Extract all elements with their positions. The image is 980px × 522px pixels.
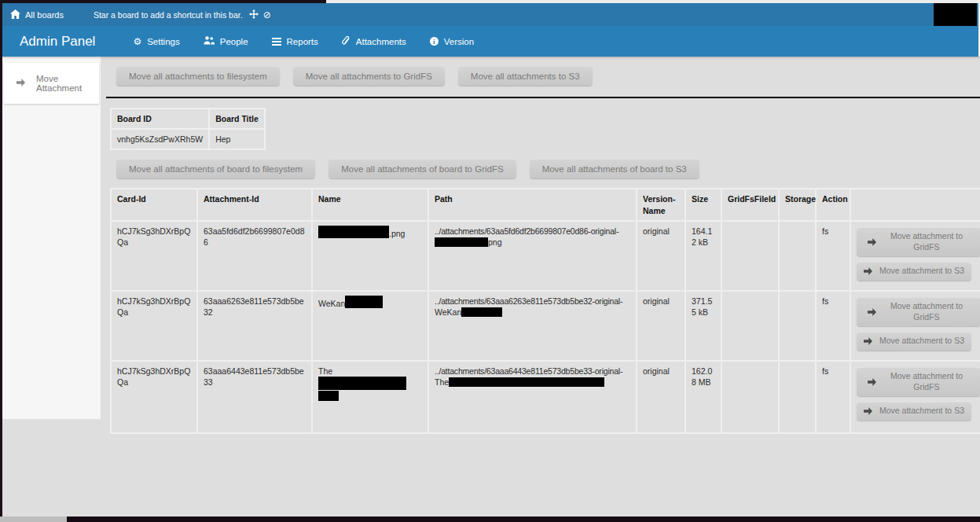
redacted-text [318, 226, 389, 238]
top-bar: All boards Star a board to add a shortcu… [2, 3, 978, 26]
attachments-table: Card-Id Attachment-Id Name Path Version-… [110, 188, 980, 433]
gear-icon: ⚙ [133, 37, 141, 46]
arrow-right-icon [868, 308, 876, 316]
cell-card-id: hCJ7kSg3hDXrBpQQa [111, 361, 197, 433]
cell-size: 371.55 kB [685, 291, 721, 361]
cell-action: fs [816, 361, 850, 433]
cell-name: The [312, 361, 428, 433]
page-title: Admin Panel [20, 34, 95, 50]
people-icon [204, 36, 215, 46]
cell-name: WeKan [312, 291, 428, 361]
cell-version-name: original [637, 221, 685, 291]
admin-panel-bar: Admin Panel ⚙ Settings People Reports A [2, 26, 980, 57]
move-all-to-filesystem-button[interactable]: Move all attachments to filesystem [116, 67, 280, 86]
move-board-to-gridfs-button[interactable]: Move all attachments of board to GridFS [329, 160, 516, 178]
move-board-to-filesystem-button[interactable]: Move all attachments of board to filesys… [116, 160, 315, 178]
cell-path: ../attachments/63aaa6443e811e573db5be33-… [428, 361, 637, 433]
name-suffix: .png [389, 229, 405, 238]
arrow-right-icon [868, 238, 876, 246]
tab-attachments[interactable]: Attachments [342, 36, 406, 47]
move-attachment-to-s3-button[interactable]: Move attachment to S3 [857, 263, 971, 281]
cell-card-id: hCJ7kSg3hDXrBpQQa [111, 221, 197, 291]
home-icon [10, 9, 20, 20]
cell-action-buttons: Move attachment to GridFS Move attachmen… [850, 221, 980, 291]
attachments-header-row: Card-Id Attachment-Id Name Path Version-… [111, 189, 980, 220]
move-attachment-to-gridfs-button[interactable]: Move attachment to GridFS [857, 368, 980, 396]
header-attachment-id: Attachment-Id [197, 189, 312, 220]
name-prefix: WeKan [318, 299, 345, 308]
board-move-buttons: Move all attachments of board to filesys… [116, 160, 980, 178]
arrow-right-icon [864, 337, 872, 345]
cell-gridfsfileid [721, 361, 779, 433]
move-all-to-s3-button[interactable]: Move all attachments to S3 [458, 67, 593, 86]
board-title-value: Hep [209, 129, 265, 149]
arrow-right-icon [17, 79, 25, 88]
header-buttons [850, 189, 980, 220]
board-row: vnhg5KsZsdPwXRh5W Hep [111, 129, 265, 149]
move-attachment-to-gridfs-button[interactable]: Move attachment to GridFS [857, 228, 980, 256]
tab-version-label: Version [444, 37, 474, 46]
redacted-text [461, 307, 502, 317]
cell-size: 162.08 MB [685, 361, 721, 433]
move-attachment-to-s3-button[interactable]: Move attachment to S3 [857, 333, 971, 351]
tab-people[interactable]: People [204, 36, 248, 46]
redacted-text [449, 377, 604, 387]
bottom-window-bar [67, 516, 980, 522]
table-row: hCJ7kSg3hDXrBpQQa 63aaa6443e811e573db5be… [111, 361, 980, 433]
header-action: Action [816, 189, 850, 220]
cell-size: 164.12 kB [685, 221, 721, 291]
main-panel: Move all attachments to filesystem Move … [101, 57, 980, 522]
cell-version-name: original [637, 291, 685, 361]
table-row: hCJ7kSg3hDXrBpQQa 63aaa6263e811e573db5be… [111, 291, 980, 361]
arrow-right-icon [864, 267, 872, 275]
cell-version-name: original [637, 361, 685, 433]
cell-card-id: hCJ7kSg3hDXrBpQQa [111, 291, 197, 361]
header-size: Size [685, 189, 721, 220]
cell-action: fs [816, 221, 850, 291]
cell-gridfsfileid [721, 291, 779, 361]
all-boards-link[interactable]: All boards [10, 9, 64, 20]
name-prefix: The [318, 366, 332, 376]
cell-path: ../attachments/63aaa6263e811e573db5be32-… [428, 291, 637, 361]
cell-attachment-id: 63aaa6443e811e573db5be33 [197, 361, 312, 433]
cell-storage [779, 361, 816, 433]
cell-storage [779, 291, 816, 361]
tab-attachments-label: Attachments [356, 37, 406, 46]
move-attachment-to-s3-button[interactable]: Move attachment to S3 [857, 403, 971, 421]
list-bars-icon [272, 38, 281, 46]
board-id-header: Board ID [111, 108, 209, 129]
ban-icon[interactable]: ⊘ [263, 10, 271, 20]
move-board-to-s3-button[interactable]: Move all attachments of board to S3 [530, 160, 699, 178]
tab-version[interactable]: i Version [430, 37, 474, 46]
move-icon[interactable] [249, 9, 259, 20]
redacted-user-menu[interactable] [934, 2, 977, 26]
tab-reports-label: Reports [287, 37, 318, 46]
arrow-right-icon [868, 378, 876, 386]
header-storage: Storage [779, 189, 816, 220]
tab-settings-label: Settings [147, 37, 180, 46]
divider [106, 97, 980, 98]
wekan-admin-panel-screen: All boards Star a board to add a shortcu… [0, 0, 980, 522]
star-board-hint: Star a board to add a shortcut in this b… [94, 10, 243, 20]
board-table: Board ID Board Title vnhg5KsZsdPwXRh5W H… [110, 108, 266, 150]
cell-action-buttons: Move attachment to GridFS Move attachmen… [850, 291, 980, 361]
tab-settings[interactable]: ⚙ Settings [133, 37, 179, 46]
window-edge-top-dark [0, 0, 326, 3]
cell-storage [779, 221, 816, 291]
cell-name: .png [312, 221, 428, 291]
table-row: hCJ7kSg3hDXrBpQQa 63aa5fd6df2b6699807e0d… [111, 221, 980, 291]
move-attachment-to-gridfs-button[interactable]: Move attachment to GridFS [857, 298, 980, 326]
sidebar-item-label: Move Attachment [36, 74, 91, 93]
paperclip-icon [342, 36, 351, 47]
cell-action-buttons: Move attachment to GridFS Move attachmen… [850, 361, 980, 433]
tab-reports[interactable]: Reports [272, 37, 318, 46]
tab-people-label: People [220, 37, 248, 46]
board-id-value: vnhg5KsZsdPwXRh5W [111, 129, 209, 149]
move-all-to-gridfs-button[interactable]: Move all attachments to GridFS [293, 67, 445, 86]
cell-gridfsfileid [721, 221, 779, 291]
info-icon: i [430, 37, 439, 46]
redacted-text [435, 237, 488, 247]
sidebar-item-move-attachment[interactable]: Move Attachment [4, 63, 99, 104]
bottom-window-corner [0, 516, 67, 522]
window-edge-top-light [326, 0, 980, 3]
